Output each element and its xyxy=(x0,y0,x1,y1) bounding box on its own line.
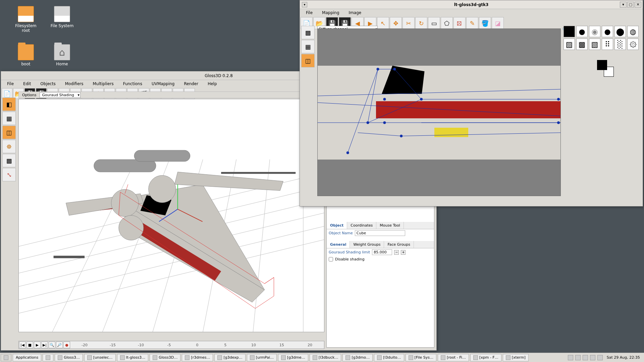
brush-noise[interactable]: ░ xyxy=(614,39,626,50)
xfce-menu-button[interactable] xyxy=(1,354,11,361)
brush-round-dark[interactable]: ⬤ xyxy=(614,26,626,37)
task-filesys[interactable]: [File Sys… xyxy=(406,354,436,361)
battery-icon[interactable] xyxy=(590,355,595,360)
network-icon[interactable] xyxy=(583,355,588,360)
desktop-icon-boot[interactable]: boot xyxy=(11,44,41,66)
timeline-first-button[interactable]: |◀ xyxy=(19,342,26,348)
move-button[interactable]: ✥ xyxy=(390,17,402,29)
bucket-button[interactable]: 🪣 xyxy=(479,17,491,29)
options-label[interactable]: Options xyxy=(19,93,40,97)
lasso-button[interactable]: ⬠ xyxy=(441,17,453,29)
tab-weight-groups[interactable]: Weight Groups xyxy=(350,241,384,248)
task-g3dme[interactable]: [g3dme… xyxy=(278,354,308,361)
menu-multipliers[interactable]: Multipliers xyxy=(88,81,118,87)
brush-hatch-2[interactable]: ▩ xyxy=(576,39,588,50)
tab-mouse-tool[interactable]: Mouse Tool xyxy=(376,222,404,229)
brush-dots[interactable]: ⠿ xyxy=(602,39,613,50)
gouraud-limit-input[interactable] xyxy=(372,249,392,255)
task-r3dmes[interactable]: [r3dmes… xyxy=(182,354,213,361)
uv-checker-button[interactable]: ▩ xyxy=(2,154,16,167)
timeline-record-button[interactable]: ● xyxy=(63,342,70,348)
brush-swirl[interactable]: ۞ xyxy=(627,39,639,50)
timeline-zoom-out-button[interactable]: 🔎 xyxy=(56,342,63,348)
axes-button[interactable]: ⤡ xyxy=(2,168,16,181)
task-gloss3d2[interactable]: Gloss3D… xyxy=(150,354,180,361)
menu-objects[interactable]: Objects xyxy=(36,81,60,87)
brush-round-mid[interactable]: ● xyxy=(602,26,613,37)
menu-modifiers[interactable]: Modifiers xyxy=(60,81,88,87)
task-g3dexp[interactable]: [g3dexp… xyxy=(214,354,245,361)
armature-button[interactable]: ☸ xyxy=(2,140,16,153)
uv-titlebar[interactable]: ▾ lt-gloss3d-gtk3 ▾ ▢ ✕ xyxy=(300,0,643,9)
brush-ring[interactable]: ◍ xyxy=(627,26,639,37)
color-swatches[interactable] xyxy=(597,60,614,77)
rotate-button[interactable]: ↻ xyxy=(415,17,427,29)
menu-image[interactable]: Image xyxy=(344,10,366,16)
uv-canvas[interactable] xyxy=(317,28,561,196)
menu-file[interactable]: File xyxy=(301,10,317,16)
window-menu-icon[interactable]: ▾ xyxy=(302,2,307,7)
menu-functions[interactable]: Functions xyxy=(118,81,147,87)
task-g3dmo[interactable]: [g3dmo… xyxy=(342,354,373,361)
task-gloss3d[interactable]: Gloss3… xyxy=(55,354,83,361)
timeline-play-button[interactable]: ▶ xyxy=(34,342,41,348)
tab-object[interactable]: Object xyxy=(327,222,347,229)
task-xterm[interactable]: [xterm] xyxy=(503,354,529,361)
shading-select[interactable]: Gouraud Shading ▾ xyxy=(40,92,80,98)
color-tool-button[interactable]: ◫ xyxy=(301,54,315,67)
brush-round-hard[interactable]: ● xyxy=(576,26,588,37)
menu-render[interactable]: Render xyxy=(179,81,203,87)
gouraud-dec-button[interactable]: − xyxy=(394,250,399,255)
desktop-icon-file-system[interactable]: File System xyxy=(47,6,77,28)
task-unselec[interactable]: [unselec… xyxy=(84,354,116,361)
desktop-icon-home[interactable]: Home xyxy=(47,44,77,66)
gloss3d-viewport[interactable] xyxy=(18,99,324,332)
disable-shading-checkbox[interactable] xyxy=(329,257,333,261)
rect-select-button[interactable]: ▭ xyxy=(428,17,440,29)
menu-file[interactable]: File xyxy=(2,81,18,87)
pencil-button[interactable]: ✎ xyxy=(466,17,478,29)
task-l3duito[interactable]: [l3duito… xyxy=(374,354,404,361)
scale-button[interactable]: ✂ xyxy=(402,17,415,29)
maximize-button[interactable]: ▢ xyxy=(627,2,634,8)
task-l3dbuck[interactable]: [l3dbuck… xyxy=(310,354,341,361)
pointer-button[interactable]: ↖ xyxy=(377,17,389,29)
tab-coordinates[interactable]: Coordinates xyxy=(347,222,376,229)
eraser-button[interactable]: ◪ xyxy=(492,17,504,29)
desktop-icon-fs-root[interactable]: Filesystem root xyxy=(11,6,41,33)
face-select-button[interactable]: ◫ xyxy=(2,126,16,139)
task-xpm[interactable]: [xpm - F… xyxy=(470,354,501,361)
close-button[interactable]: ✕ xyxy=(635,2,641,8)
timeline[interactable]: |◀ ■ ▶ ▶| 🔍 🔎 ● -20 -15 -10 -5 0 5 10 15… xyxy=(18,341,324,349)
task-lt-gloss3d[interactable]: lt-gloss3… xyxy=(117,354,149,361)
mesh-grid-button[interactable]: ▦ xyxy=(2,112,16,125)
volume-icon[interactable] xyxy=(597,355,603,360)
object-mode-button[interactable]: ◧ xyxy=(2,98,16,111)
menu-mapping[interactable]: Mapping xyxy=(317,10,344,16)
menu-edit[interactable]: Edit xyxy=(18,81,36,87)
uv-stretch-button[interactable]: ▦ xyxy=(301,40,315,53)
timeline-stop-button[interactable]: ■ xyxy=(26,342,33,348)
brush-round-soft[interactable]: ◉ xyxy=(589,26,600,37)
task-urmpai[interactable]: [urmPai… xyxy=(247,354,277,361)
checker-tool-button[interactable]: ▩ xyxy=(301,26,315,39)
object-name-input[interactable] xyxy=(355,230,405,236)
show-desktop-button[interactable] xyxy=(43,354,53,361)
timeline-last-button[interactable]: ▶| xyxy=(41,342,48,348)
tab-general[interactable]: General xyxy=(327,241,350,248)
tab-face-groups[interactable]: Face Groups xyxy=(384,241,414,248)
minimize-button[interactable]: ▾ xyxy=(620,2,627,8)
menu-uvmapping[interactable]: UVMapping xyxy=(147,81,179,87)
workspace-switcher[interactable] xyxy=(568,355,573,360)
applications-button[interactable]: Applications xyxy=(13,354,41,361)
tray-icon-1[interactable] xyxy=(575,355,581,360)
gouraud-inc-button[interactable]: + xyxy=(401,250,406,255)
brush-hatch-1[interactable]: ▨ xyxy=(564,39,575,50)
brush-hatch-3[interactable]: ▧ xyxy=(589,39,600,50)
menu-help[interactable]: Help xyxy=(203,81,221,87)
erase-rect-button[interactable]: ⛝ xyxy=(453,17,466,29)
brush-square[interactable] xyxy=(564,26,575,37)
task-root-fi[interactable]: [root - Fi… xyxy=(438,354,469,361)
timeline-zoom-in-button[interactable]: 🔍 xyxy=(49,342,55,348)
clock[interactable]: Sat 29 Aug, 22:35 xyxy=(605,355,642,360)
